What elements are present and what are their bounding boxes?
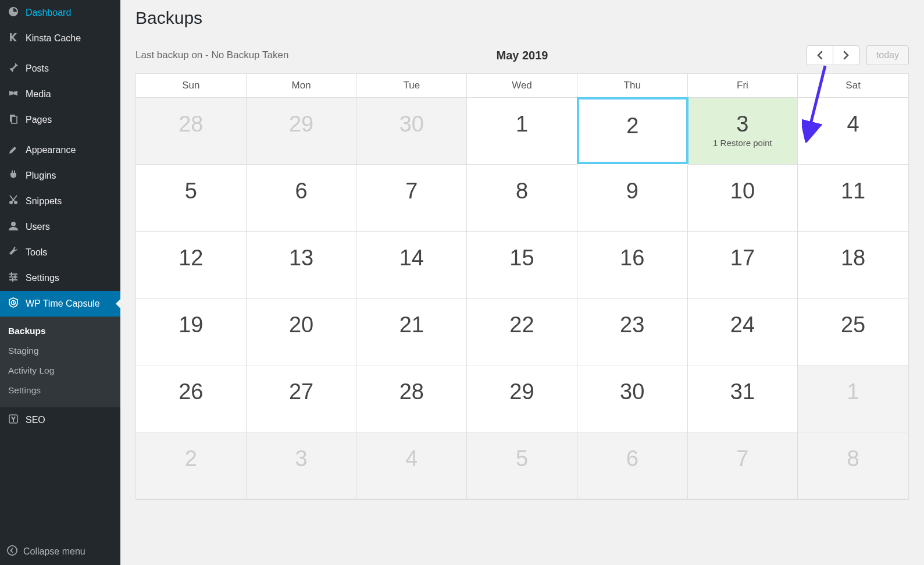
- sidebar-item-settings[interactable]: Settings: [0, 265, 120, 291]
- calendar-day[interactable]: 31 Restore point: [688, 98, 798, 165]
- calendar-day[interactable]: 11: [798, 165, 908, 232]
- collapse-menu[interactable]: Collapse menu: [0, 538, 120, 565]
- submenu-item-backups[interactable]: Backups: [0, 321, 120, 341]
- calendar-day[interactable]: 30: [577, 365, 688, 432]
- svg-point-15: [8, 546, 17, 555]
- day-number: 5: [467, 432, 577, 471]
- calendar-day: 2: [136, 432, 247, 499]
- svg-rect-8: [9, 276, 17, 278]
- sidebar-item-pages[interactable]: Pages: [0, 107, 120, 133]
- day-header: Mon: [247, 74, 357, 98]
- calendar-day: 29: [247, 98, 357, 165]
- day-header: Wed: [467, 74, 577, 98]
- calendar-day[interactable]: 28: [356, 365, 467, 432]
- calendar-day[interactable]: 13: [247, 232, 357, 299]
- page-title: Backups: [135, 8, 909, 28]
- calendar-day[interactable]: 26: [136, 365, 247, 432]
- sidebar-item-tools[interactable]: Tools: [0, 240, 120, 265]
- calendar-day: 1: [798, 365, 908, 432]
- collapse-label: Collapse menu: [23, 546, 85, 557]
- users-icon: [7, 220, 20, 234]
- day-number: 5: [136, 165, 246, 204]
- calendar-day[interactable]: 15: [467, 232, 577, 299]
- calendar-day[interactable]: 24: [688, 299, 798, 365]
- sidebar-item-label: Users: [26, 222, 50, 232]
- calendar-day[interactable]: 1: [467, 98, 577, 165]
- today-button[interactable]: today: [866, 45, 909, 65]
- day-number: 31: [688, 365, 798, 404]
- calendar-day: 7: [688, 432, 798, 499]
- calendar-day[interactable]: 29: [467, 365, 577, 432]
- calendar-day[interactable]: 22: [467, 299, 577, 365]
- day-number: 12: [136, 232, 246, 271]
- tools-icon: [7, 246, 20, 260]
- plugins-icon: [7, 169, 20, 183]
- calendar-day[interactable]: 10: [688, 165, 798, 232]
- media-icon: [7, 87, 20, 101]
- sidebar-item-snippets[interactable]: Snippets: [0, 189, 120, 214]
- settings-icon: [7, 271, 20, 285]
- kinsta-icon: [7, 31, 20, 45]
- sidebar-item-label: Appearance: [26, 145, 76, 155]
- day-number: 7: [356, 165, 466, 204]
- day-number: 23: [577, 299, 687, 337]
- day-number: 17: [688, 232, 798, 271]
- calendar-day[interactable]: 27: [247, 365, 357, 432]
- calendar-month: May 2019: [497, 49, 548, 62]
- calendar-day[interactable]: 6: [247, 165, 357, 232]
- calendar-day[interactable]: 2: [577, 97, 688, 164]
- calendar-body: 2829301231 Restore point4567891011121314…: [136, 98, 908, 499]
- calendar-day[interactable]: 23: [577, 299, 688, 365]
- submenu-item-settings[interactable]: Settings: [0, 381, 120, 400]
- calendar-day[interactable]: 20: [247, 299, 357, 365]
- calendar-day[interactable]: 4: [798, 98, 908, 165]
- sidebar-item-dashboard[interactable]: Dashboard: [0, 0, 120, 26]
- sidebar-item-label: Posts: [26, 63, 49, 74]
- sidebar-item-media[interactable]: Media: [0, 81, 120, 107]
- calendar-day[interactable]: 9: [577, 165, 688, 232]
- pages-icon: [7, 113, 20, 127]
- svg-rect-11: [15, 275, 16, 279]
- sidebar-item-wp-time-capsule[interactable]: WP Time Capsule: [0, 291, 120, 317]
- prev-month-button[interactable]: [807, 45, 833, 65]
- calendar-day[interactable]: 8: [467, 165, 577, 232]
- day-number: 3: [247, 432, 356, 471]
- day-number: 25: [798, 299, 908, 337]
- next-month-button[interactable]: [833, 45, 859, 65]
- sidebar-item-users[interactable]: Users: [0, 214, 120, 240]
- calendar-day[interactable]: 21: [356, 299, 467, 365]
- day-number: 4: [798, 98, 908, 137]
- day-number: 20: [247, 299, 356, 337]
- day-number: 24: [688, 299, 798, 337]
- sidebar-item-seo[interactable]: SEO: [0, 407, 120, 433]
- calendar-day[interactable]: 17: [688, 232, 798, 299]
- calendar-day[interactable]: 18: [798, 232, 908, 299]
- submenu-item-staging[interactable]: Staging: [0, 341, 120, 361]
- calendar-day[interactable]: 16: [577, 232, 688, 299]
- calendar-day[interactable]: 19: [136, 299, 247, 365]
- sidebar-item-label: Plugins: [26, 170, 56, 181]
- svg-rect-12: [12, 278, 13, 282]
- calendar-toolbar: Last backup on - No Backup Taken May 201…: [135, 45, 909, 65]
- sidebar-item-posts[interactable]: Posts: [0, 56, 120, 81]
- calendar-day: 5: [467, 432, 577, 499]
- calendar-day[interactable]: 31: [688, 365, 798, 432]
- day-number: 16: [577, 232, 687, 271]
- day-number: 29: [247, 98, 356, 137]
- dashboard-icon: [7, 6, 20, 20]
- day-number: 19: [136, 299, 246, 337]
- day-number: 1: [467, 98, 577, 137]
- calendar-day[interactable]: 25: [798, 299, 908, 365]
- calendar-day[interactable]: 5: [136, 165, 247, 232]
- calendar-day[interactable]: 12: [136, 232, 247, 299]
- sidebar-item-appearance[interactable]: Appearance: [0, 137, 120, 163]
- sidebar-item-plugins[interactable]: Plugins: [0, 163, 120, 189]
- day-number: 30: [577, 365, 687, 404]
- sidebar-item-kinsta-cache[interactable]: Kinsta Cache: [0, 26, 120, 51]
- calendar-day: 4: [356, 432, 467, 499]
- sidebar-item-label: Kinsta Cache: [26, 33, 81, 44]
- calendar-day[interactable]: 7: [356, 165, 467, 232]
- submenu-item-activity-log[interactable]: Activity Log: [0, 361, 120, 381]
- appearance-icon: [7, 143, 20, 157]
- calendar-day[interactable]: 14: [356, 232, 467, 299]
